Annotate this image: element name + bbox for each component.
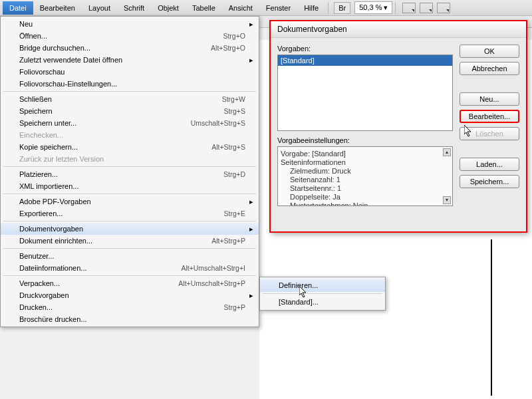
setting-line: Vorgabe: [Standard] [281,150,450,158]
list-item-standard[interactable]: [Standard] [278,55,452,66]
vorgaben-label: Vorgaben: [277,45,453,53]
menu-datei[interactable]: Datei [3,1,33,15]
menu-ansicht[interactable]: Ansicht [222,1,259,15]
setting-line: Doppelseite: Ja [281,193,450,201]
menu-kopie-speichern[interactable]: Kopie speichern...Alt+Strg+S [1,141,259,153]
menu-einchecken: Einchecken... [1,129,259,141]
settings-box: Vorgabe: [Standard] Seiteninformationen … [277,146,453,206]
menu-xml-import[interactable]: XML importieren... [1,180,259,192]
setting-line: Startseitennr.: 1 [281,184,450,193]
settings-label: Vorgabeeinstellungen: [277,136,453,144]
menu-verpacken[interactable]: Verpacken...Alt+Umschalt+Strg+P [1,277,259,289]
scroll-down-icon[interactable]: ▾ [443,196,451,204]
menu-adobepdf[interactable]: Adobe PDF-Vorgaben▸ [1,196,259,207]
menu-dokumentvorgaben[interactable]: Dokumentvorgaben▸ [1,223,259,235]
setting-line: Zielmedium: Druck [281,167,450,176]
submenu-standard[interactable]: [Standard]... [260,295,385,309]
screen-mode-icon[interactable] [420,3,433,13]
menu-dateiinfo[interactable]: Dateiinformationen...Alt+Umschalt+Strg+I [1,262,259,274]
vorgaben-listbox[interactable]: [Standard] [277,55,453,131]
menu-layout[interactable]: Layout [82,1,117,15]
bridge-button[interactable]: Br [334,2,350,14]
neu-button[interactable]: Neu... [460,92,519,106]
menu-oeffnen[interactable]: Öffnen...Strg+O [1,30,259,42]
dokumentvorgaben-dialog: Dokumentvorgaben Vorgaben: [Standard] Vo… [269,20,527,233]
document-edge [491,239,492,396]
zoom-level[interactable]: 50,3 % ▾ [354,1,392,14]
menu-objekt[interactable]: Objekt [151,1,186,15]
menu-broschuere[interactable]: Broschüre drucken... [1,313,259,325]
arrange-icon[interactable] [437,3,450,13]
menu-fenster[interactable]: Fenster [259,1,297,15]
menu-schrift[interactable]: Schrift [117,1,151,15]
menubar: Datei Bearbeiten Layout Schrift Objekt T… [0,0,532,16]
menu-druckvorgaben[interactable]: Druckvorgaben▸ [1,289,259,301]
bearbeiten-button[interactable]: Bearbeiten... [460,110,519,123]
dokumentvorgaben-submenu: Definieren... [Standard]... [259,277,386,311]
menu-zurueck-version: Zurück zur letzten Version [1,153,259,165]
menu-speichern-unter[interactable]: Speichern unter...Umschalt+Strg+S [1,117,259,129]
dialog-title: Dokumentvorgaben [271,21,526,38]
menu-folio-einstellungen[interactable]: Foliovorschau-Einstellungen... [1,78,259,90]
speichern-button[interactable]: Speichern... [460,175,519,188]
menu-platzieren[interactable]: Platzieren...Strg+D [1,168,259,180]
menu-tabelle[interactable]: Tabelle [186,1,222,15]
abbrechen-button[interactable]: Abbrechen [460,62,519,75]
setting-line: Seitenanzahl: 1 [281,176,450,184]
submenu-definieren[interactable]: Definieren... [260,279,385,292]
ok-button[interactable]: OK [460,45,519,58]
setting-line: Seiteninformationen [281,158,450,167]
menu-foliovorschau[interactable]: Foliovorschau [1,66,259,78]
scroll-up-icon[interactable]: ▴ [443,148,451,156]
laden-button[interactable]: Laden... [460,158,519,171]
menu-neu[interactable]: Neu▸ [1,18,259,30]
menu-drucken[interactable]: Drucken...Strg+P [1,301,259,313]
view-options-icon[interactable] [402,3,416,13]
menu-bearbeiten[interactable]: Bearbeiten [33,1,82,15]
menu-bridge-durchsuchen[interactable]: Bridge durchsuchen...Alt+Strg+O [1,42,259,54]
loeschen-button: Löschen [460,127,519,140]
menu-dokument-einrichten[interactable]: Dokument einrichten...Alt+Strg+P [1,235,259,247]
menu-speichern[interactable]: SpeichernStrg+S [1,105,259,117]
menu-benutzer[interactable]: Benutzer... [1,250,259,262]
menu-exportieren[interactable]: Exportieren...Strg+E [1,207,259,219]
setting-line: Mustertextrahmen: Nein [281,201,450,206]
file-menu-dropdown: Neu▸ Öffnen...Strg+O Bridge durchsuchen.… [0,16,259,327]
menu-schliessen[interactable]: SchließenStrg+W [1,93,259,105]
menu-hilfe[interactable]: Hilfe [297,1,325,15]
menu-zuletzt[interactable]: Zuletzt verwendete Datei öffnen▸ [1,54,259,66]
